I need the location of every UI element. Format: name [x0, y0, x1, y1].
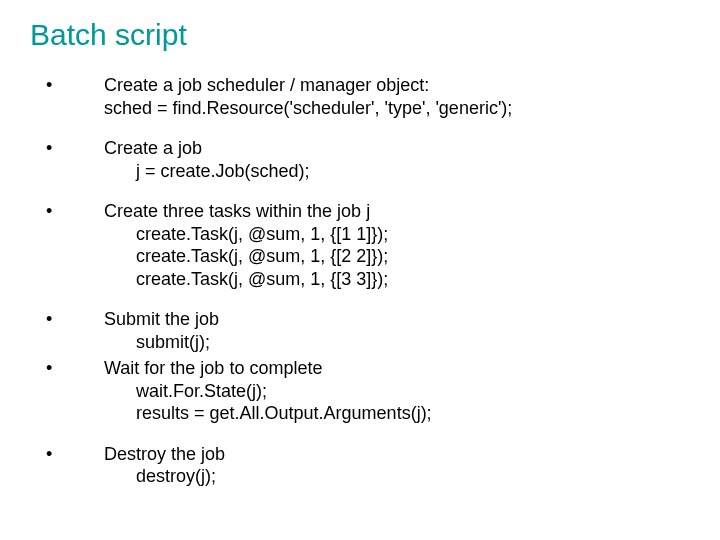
list-item: • Wait for the job to complete wait.For.… — [40, 357, 692, 425]
slide-title: Batch script — [30, 18, 692, 52]
list-item: • Create a job j = create.Job(sched); — [40, 137, 692, 182]
bullet-lead: Submit the job — [104, 308, 692, 331]
list-item: • Destroy the job destroy(j); — [40, 443, 692, 488]
bullet-line: create.Task(j, @sum, 1, {[1 1]}); — [104, 223, 692, 246]
bullet-line: destroy(j); — [104, 465, 692, 488]
list-item: • Create a job scheduler / manager objec… — [40, 74, 692, 119]
bullet-line: submit(j); — [104, 331, 692, 354]
bullet-icon: • — [40, 200, 104, 223]
bullet-lead: Create a job scheduler / manager object: — [104, 74, 692, 97]
bullet-icon: • — [40, 308, 104, 331]
bullet-lead: Create a job — [104, 137, 692, 160]
bullet-body: Create a job j = create.Job(sched); — [104, 137, 692, 182]
bullet-line: create.Task(j, @sum, 1, {[3 3]}); — [104, 268, 692, 291]
bullet-lead: Create three tasks within the job j — [104, 200, 692, 223]
bullet-line: j = create.Job(sched); — [104, 160, 692, 183]
bullet-body: Submit the job submit(j); — [104, 308, 692, 353]
bullet-body: Wait for the job to complete wait.For.St… — [104, 357, 692, 425]
bullet-icon: • — [40, 137, 104, 160]
bullet-icon: • — [40, 443, 104, 466]
bullet-line: create.Task(j, @sum, 1, {[2 2]}); — [104, 245, 692, 268]
bullet-body: Create a job scheduler / manager object:… — [104, 74, 692, 119]
bullet-icon: • — [40, 74, 104, 97]
bullet-lead: Wait for the job to complete — [104, 357, 692, 380]
list-item: • Submit the job submit(j); — [40, 308, 692, 353]
bullet-body: Destroy the job destroy(j); — [104, 443, 692, 488]
bullet-line: wait.For.State(j); — [104, 380, 692, 403]
bullet-line: results = get.All.Output.Arguments(j); — [104, 402, 692, 425]
bullet-list: • Create a job scheduler / manager objec… — [40, 74, 692, 488]
bullet-body: Create three tasks within the job j crea… — [104, 200, 692, 290]
bullet-lead: Destroy the job — [104, 443, 692, 466]
slide: Batch script • Create a job scheduler / … — [0, 0, 720, 540]
bullet-line: sched = find.Resource('scheduler', 'type… — [104, 97, 692, 120]
list-item: • Create three tasks within the job j cr… — [40, 200, 692, 290]
bullet-icon: • — [40, 357, 104, 380]
